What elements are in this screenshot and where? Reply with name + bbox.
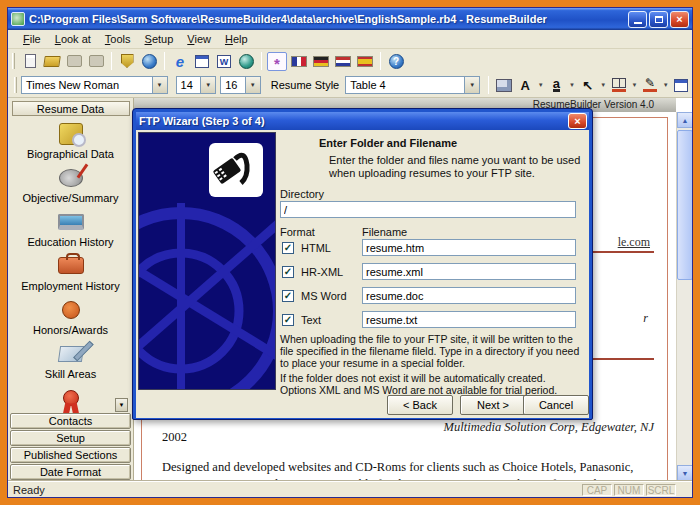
text-label: Text: [301, 314, 321, 326]
web-publish-button[interactable]: [236, 52, 256, 71]
skill-areas-icon: [57, 346, 83, 362]
ftp-wizard-dialog: FTP Wizard (Step 3 of 4) ×: [132, 108, 593, 420]
scroll-down-button[interactable]: ▼: [677, 465, 692, 481]
menu-help[interactable]: Help: [218, 31, 255, 47]
resize-grip[interactable]: [678, 483, 692, 497]
font-size-select[interactable]: 14 ▼: [176, 76, 217, 94]
up-arrow-icon: ▲: [682, 117, 689, 124]
resume-style-select[interactable]: Table 4 ▼: [345, 76, 480, 94]
sidebar-header-resume-data[interactable]: Resume Data: [12, 101, 130, 116]
text-checkbox[interactable]: ✓: [282, 314, 294, 326]
ms-word-filename-input[interactable]: [362, 287, 576, 304]
cancel-button[interactable]: Cancel: [523, 395, 589, 415]
menu-view[interactable]: View: [180, 31, 218, 47]
language-spanish-button[interactable]: [355, 52, 375, 71]
print-icon: [89, 55, 104, 67]
toolbar-gripper: [14, 77, 17, 93]
chevron-down-icon[interactable]: ▼: [538, 82, 544, 88]
menu-look-at[interactable]: Look at: [48, 31, 98, 47]
chevron-down-icon: ▼: [464, 77, 479, 93]
sidebar-item-skill-areas[interactable]: Skill Areas: [8, 340, 133, 380]
menu-setup[interactable]: Setup: [138, 31, 181, 47]
insert-picture-button[interactable]: [494, 76, 513, 95]
language-star-icon: *: [274, 60, 280, 68]
minimize-button[interactable]: [628, 11, 647, 28]
back-button[interactable]: < Back: [387, 395, 453, 415]
format-toolbar: Times New Roman ▼ 14 ▼ 16 ▼ Resume Style…: [8, 73, 692, 98]
sidebar-item-education-history[interactable]: Education History: [8, 208, 133, 248]
chevron-down-icon[interactable]: ▼: [632, 82, 638, 88]
line-spacing-select[interactable]: 16 ▼: [220, 76, 261, 94]
language-german-button[interactable]: [311, 52, 331, 71]
print-button[interactable]: [86, 52, 106, 71]
sidebar-button-published-sections[interactable]: Published Sections: [10, 447, 131, 463]
browser-preview-button[interactable]: e: [170, 52, 190, 71]
select-tool-button[interactable]: ↖: [578, 76, 597, 95]
chevron-down-icon[interactable]: ▼: [663, 82, 669, 88]
highlight-button[interactable]: ✎: [640, 76, 659, 95]
language-french-button[interactable]: [289, 52, 309, 71]
ms-word-label: MS Word: [301, 290, 347, 302]
dialog-note-2: If the folder does not exist it will be …: [280, 372, 582, 384]
maximize-button[interactable]: [649, 11, 668, 28]
language-dutch-button[interactable]: [333, 52, 353, 71]
hr-xml-filename-input[interactable]: [362, 263, 576, 280]
chevron-down-icon[interactable]: ▼: [600, 82, 606, 88]
education-history-icon: [58, 214, 84, 230]
document-link-fragment[interactable]: le.com: [618, 235, 650, 250]
sidebar-item-objective-summary[interactable]: Objective/Summary: [8, 164, 133, 204]
next-button[interactable]: Next >: [460, 395, 526, 415]
minimize-icon: [634, 22, 642, 24]
document-scrollbar[interactable]: ▲ ▼: [676, 112, 692, 481]
toolbar-separator: [261, 52, 262, 70]
status-cap: CAP: [582, 484, 612, 496]
new-document-button[interactable]: [20, 52, 40, 71]
scroll-up-button[interactable]: ▲: [677, 112, 692, 128]
font-color-button[interactable]: A: [516, 76, 535, 95]
scrollbar-thumb[interactable]: [677, 130, 692, 280]
internet-button[interactable]: [139, 52, 159, 71]
menu-file[interactable]: File: [16, 31, 48, 47]
export-button[interactable]: [64, 52, 84, 71]
html-checkbox[interactable]: ✓: [282, 242, 294, 254]
table-border-button[interactable]: [609, 76, 628, 95]
directory-input[interactable]: [280, 201, 576, 218]
html-filename-input[interactable]: [362, 239, 576, 256]
toolbar-gripper: [12, 53, 15, 69]
sidebar-scroll-down-button[interactable]: ▼: [115, 398, 128, 412]
text-filename-input[interactable]: [362, 311, 576, 328]
document-company-line: Multimedia Solution Corp, Edgewater, NJ: [444, 420, 654, 435]
underline-color-button[interactable]: a: [547, 76, 566, 95]
sidebar-button-setup[interactable]: Setup: [10, 430, 131, 446]
close-icon: ×: [574, 115, 580, 127]
table-border-icon: [612, 78, 626, 92]
objective-summary-icon: [59, 169, 83, 187]
open-button[interactable]: [42, 52, 62, 71]
chevron-down-icon[interactable]: ▼: [569, 82, 575, 88]
menu-tools[interactable]: Tools: [98, 31, 138, 47]
ms-word-checkbox[interactable]: ✓: [282, 290, 294, 302]
status-scrl: SCRL: [646, 484, 676, 496]
dialog-art-panel: [138, 132, 276, 390]
hr-xml-checkbox[interactable]: ✓: [282, 266, 294, 278]
sidebar-button-date-format[interactable]: Date Format: [10, 464, 131, 480]
toolbar-separator: [164, 52, 165, 70]
dialog-body: Enter Folder and Filename Enter the fold…: [136, 130, 589, 418]
help-button[interactable]: ?: [386, 52, 406, 71]
close-button[interactable]: ×: [670, 11, 689, 28]
font-family-value: Times New Roman: [22, 77, 152, 93]
language-selected-button[interactable]: *: [267, 52, 287, 71]
sidebar-item-biographical-data[interactable]: Biographical Data: [8, 120, 133, 160]
font-family-select[interactable]: Times New Roman ▼: [21, 76, 168, 94]
sidebar-item-employment-history[interactable]: Employment History: [8, 252, 133, 292]
font-size-value: 14: [177, 77, 201, 93]
upload-button[interactable]: [117, 52, 137, 71]
dialog-title-bar[interactable]: FTP Wizard (Step 3 of 4): [136, 112, 589, 130]
date-button[interactable]: [672, 76, 691, 95]
calendar-button[interactable]: [192, 52, 212, 71]
honors-awards-icon: [62, 301, 80, 319]
sidebar-item-honors-awards[interactable]: Honors/Awards: [8, 296, 133, 336]
ms-word-button[interactable]: W: [214, 52, 234, 71]
sidebar-button-contacts[interactable]: Contacts: [10, 413, 131, 429]
dialog-close-button[interactable]: ×: [568, 113, 587, 129]
